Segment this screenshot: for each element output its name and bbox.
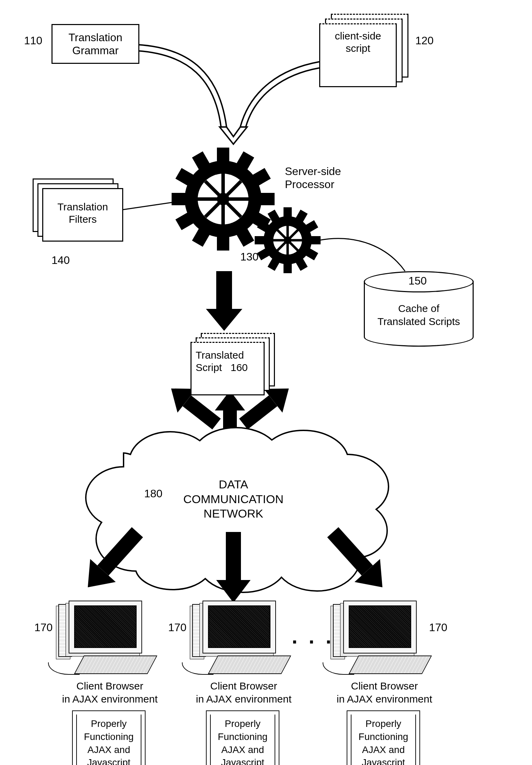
svg-rect-28: [257, 220, 271, 233]
svg-rect-30: [268, 210, 280, 223]
svg-rect-9: [175, 168, 196, 187]
client-page-3: ProperlyFunctioningAJAX andJavascriptin …: [347, 710, 420, 765]
svg-rect-20: [284, 262, 292, 273]
server-processor-label: Server-sideProcessor: [285, 165, 360, 191]
client-page-text-2: ProperlyFunctioningAJAX andJavascriptin …: [214, 717, 271, 765]
ref-110: 110: [24, 34, 42, 47]
svg-line-36: [277, 230, 298, 251]
svg-point-13: [198, 174, 248, 224]
svg-point-31: [264, 216, 312, 264]
svg-line-16: [205, 181, 241, 217]
client-side-script-label: client-sidescript: [320, 30, 396, 55]
svg-rect-3: [258, 193, 275, 205]
svg-rect-0: [217, 148, 229, 164]
svg-line-17: [205, 181, 241, 217]
clients-ellipsis: . . .: [292, 625, 334, 648]
svg-rect-8: [250, 211, 271, 230]
diagram-canvas: TranslationGrammar 110 client-sidescript…: [0, 0, 532, 765]
ref-130: 130: [240, 251, 258, 263]
svg-rect-23: [295, 210, 308, 223]
svg-point-12: [185, 161, 262, 237]
translation-grammar-box: TranslationGrammar: [51, 24, 139, 64]
ref-170-c: 170: [429, 621, 447, 634]
svg-rect-7: [175, 211, 196, 230]
client-page-1: ProperlyFunctioningAJAX andJavascriptin …: [72, 710, 146, 765]
svg-rect-5: [192, 226, 211, 247]
translation-filters-label: TranslationFilters: [43, 201, 122, 225]
svg-point-32: [273, 226, 302, 255]
svg-rect-21: [255, 236, 266, 244]
svg-point-18: [217, 193, 229, 205]
svg-rect-24: [268, 257, 280, 271]
svg-rect-4: [235, 151, 254, 172]
svg-rect-19: [284, 207, 292, 218]
network-label: DATACOMMUNICATIONNETWORK: [183, 478, 284, 520]
ref-120: 120: [415, 34, 433, 47]
svg-point-37: [284, 236, 291, 244]
network-cloud: DATACOMMUNICATIONNETWORK: [103, 446, 364, 549]
client-caption-1: Client Browserin AJAX environment: [55, 680, 165, 705]
translation-grammar-label: TranslationGrammar: [68, 31, 122, 57]
svg-rect-39: [216, 271, 232, 309]
client-caption-3: Client Browserin AJAX environment: [329, 680, 439, 705]
svg-rect-22: [310, 236, 321, 244]
svg-rect-10: [235, 226, 254, 247]
svg-rect-6: [250, 168, 271, 187]
cache-label: Cache ofTranslated Scripts: [378, 302, 460, 328]
svg-rect-25: [304, 220, 318, 233]
ref-140: 140: [51, 254, 70, 267]
ref-170-b: 170: [168, 621, 186, 634]
ref-180: 180: [144, 487, 162, 500]
svg-rect-26: [257, 248, 271, 260]
svg-rect-41: [223, 410, 237, 445]
client-page-2: ProperlyFunctioningAJAX andJavascriptin …: [206, 710, 279, 765]
svg-rect-2: [172, 193, 188, 205]
svg-rect-11: [192, 151, 211, 172]
client-side-script-stack: client-sidescript: [319, 14, 408, 86]
client-caption-2: Client Browserin AJAX environment: [189, 680, 299, 705]
ref-150: 150: [408, 275, 427, 287]
client-page-text-1: ProperlyFunctioningAJAX andJavascriptin …: [80, 717, 137, 765]
svg-line-35: [277, 230, 298, 251]
svg-rect-27: [304, 248, 318, 260]
translation-filters-stack: TranslationFilters: [33, 178, 125, 254]
ref-170-a: 170: [34, 621, 53, 634]
client-page-text-3: ProperlyFunctioningAJAX andJavascriptin …: [355, 717, 412, 765]
ref-160: 160: [231, 362, 248, 373]
svg-rect-1: [217, 234, 229, 251]
translated-script-stack: TranslatedScript 160: [190, 333, 280, 405]
svg-rect-29: [295, 257, 308, 271]
